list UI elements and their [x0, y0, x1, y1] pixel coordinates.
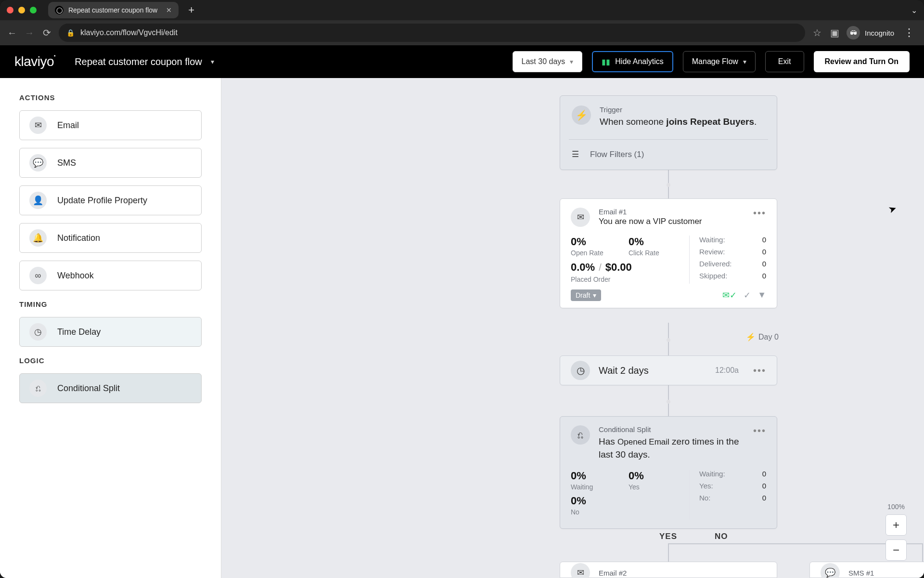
tab-favicon: ◯ [55, 6, 64, 14]
actions-heading: ACTIONS [19, 93, 202, 102]
palette-email[interactable]: ✉ Email [19, 110, 202, 140]
lock-icon: 🔒 [66, 29, 75, 37]
palette-sms[interactable]: 💬 SMS [19, 148, 202, 178]
click-rate-value: 0% [629, 236, 672, 248]
flow-filters-label: Flow Filters (1) [590, 150, 644, 159]
flow-canvas[interactable]: ⚡ Trigger When someone joins Repeat Buye… [221, 78, 924, 578]
browser-address-bar: ← → ⟳ 🔒 klaviyo.com/flow/VgvcHi/edit ☆ ▣… [0, 20, 924, 45]
palette-time-delay[interactable]: ◷ Time Delay [19, 317, 202, 347]
incognito-label: Incognito [865, 29, 894, 37]
logic-heading: LOGIC [19, 356, 202, 365]
placed-order-value: $0.00 [605, 261, 632, 274]
palette-update-profile[interactable]: 👤 Update Profile Property [19, 185, 202, 215]
open-rate-label: Open Rate [571, 249, 614, 257]
tabs-overflow-icon[interactable]: ⌄ [911, 6, 917, 15]
waiting-label: Waiting: [699, 236, 725, 244]
incognito-icon: 🕶 [847, 26, 860, 39]
filter-icon: ☰ [569, 148, 581, 161]
caret-down-icon: ▾ [570, 58, 573, 66]
review-label: Review: [699, 248, 725, 256]
url-field[interactable]: 🔒 klaviyo.com/flow/VgvcHi/edit [59, 24, 805, 42]
window-minimize[interactable] [18, 7, 25, 13]
person-icon: 👤 [29, 192, 47, 209]
card-menu-icon[interactable]: ••• [753, 365, 766, 376]
caret-down-icon: ▾ [593, 291, 596, 299]
card-menu-icon[interactable]: ••• [753, 208, 766, 227]
zoom-controls: 100% + − [886, 503, 907, 561]
zoom-out-button[interactable]: − [886, 539, 907, 561]
incognito-indicator: 🕶 Incognito [847, 26, 894, 39]
email-card[interactable]: ✉ Email #1 You are now a VIP customer ••… [560, 198, 777, 308]
status-badge[interactable]: Draft ▾ [571, 289, 601, 301]
palette-label: Time Delay [57, 327, 101, 337]
url-text: klaviyo.com/flow/VgvcHi/edit [80, 28, 178, 37]
browser-menu-icon[interactable]: ⋮ [901, 26, 917, 39]
flow-title-dropdown[interactable]: Repeat customer coupon flow ▾ [75, 56, 214, 67]
forward-button[interactable]: → [24, 27, 35, 38]
connector [668, 543, 669, 562]
wait-card[interactable]: ◷ Wait 2 days 12:00a ••• [560, 355, 777, 385]
trigger-text: When someone joins Repeat Buyers. [600, 116, 765, 129]
email-card-partial[interactable]: ✉ Email #2 [560, 562, 777, 578]
connector-node[interactable] [667, 183, 670, 187]
review-label: Review and Turn On [825, 57, 899, 66]
window-maximize[interactable] [30, 7, 37, 13]
flow-title: Repeat customer coupon flow [75, 56, 202, 67]
check-icon[interactable]: ✓ [744, 290, 751, 301]
browser-tabs-bar: ◯ Repeat customer coupon flow ✕ + ⌄ [0, 0, 924, 20]
palette-webhook[interactable]: ∞ Webhook [19, 261, 202, 290]
back-button[interactable]: ← [7, 27, 17, 38]
waiting-pct: 0% [571, 470, 614, 482]
hide-analytics-button[interactable]: ▮▮ Hide Analytics [592, 51, 673, 72]
tab-close-icon[interactable]: ✕ [166, 6, 172, 14]
browser-tab[interactable]: ◯ Repeat customer coupon flow ✕ [48, 2, 179, 18]
smart-send-icon[interactable]: ✉✓ [722, 290, 737, 301]
connector-node[interactable] [667, 400, 670, 404]
exit-label: Exit [778, 57, 791, 66]
yes-value: 0 [762, 482, 766, 490]
no-value: 0 [762, 494, 766, 502]
sms-icon: 💬 [821, 563, 840, 578]
trigger-card[interactable]: ⚡ Trigger When someone joins Repeat Buye… [560, 95, 777, 170]
exit-button[interactable]: Exit [765, 51, 804, 72]
date-range-dropdown[interactable]: Last 30 days ▾ [513, 51, 583, 72]
flow-filters-button[interactable]: ☰ Flow Filters (1) [569, 139, 768, 161]
bookmark-star-icon[interactable]: ☆ [812, 27, 822, 38]
review-and-turn-on-button[interactable]: Review and Turn On [814, 51, 910, 72]
hide-analytics-label: Hide Analytics [615, 57, 664, 66]
conditional-split-card[interactable]: ⎌ Conditional Split Has Opened Email zer… [560, 416, 777, 529]
connector [668, 543, 923, 544]
caret-down-icon: ▾ [743, 58, 746, 66]
clock-icon: ◷ [571, 361, 590, 380]
timing-heading: TIMING [19, 300, 202, 308]
wait-time: 12:00a [715, 366, 739, 375]
palette-notification[interactable]: 🔔 Notification [19, 223, 202, 253]
branch-no-label: NO [715, 532, 728, 541]
reload-button[interactable]: ⟳ [41, 27, 52, 38]
manage-flow-dropdown[interactable]: Manage Flow ▾ [683, 51, 756, 72]
split-icon: ⎌ [29, 380, 47, 397]
new-tab-button[interactable]: + [183, 4, 199, 16]
palette-conditional-split[interactable]: ⎌ Conditional Split [19, 373, 202, 403]
waiting-label: Waiting: [699, 470, 725, 478]
connector-node[interactable] [667, 338, 670, 342]
date-range-label: Last 30 days [522, 57, 565, 66]
klaviyo-logo[interactable]: klaviyo▪ [14, 54, 55, 69]
caret-down-icon: ▾ [211, 58, 214, 66]
split-label: Conditional Split [599, 425, 744, 434]
delivered-label: Delivered: [699, 260, 732, 268]
skipped-value: 0 [762, 272, 766, 280]
open-rate-value: 0% [571, 236, 614, 248]
branch-yes-label: YES [659, 532, 677, 541]
extensions-icon[interactable]: ▣ [829, 27, 840, 38]
email-number: Email #2 [599, 569, 627, 577]
sms-card-partial[interactable]: 💬 SMS #1 [809, 562, 924, 578]
waiting-value: 0 [762, 236, 766, 244]
split-icon: ⎌ [571, 425, 590, 445]
yes-label: Yes: [699, 482, 713, 490]
window-close[interactable] [7, 7, 13, 13]
card-menu-icon[interactable]: ••• [753, 425, 766, 461]
zoom-in-button[interactable]: + [886, 514, 907, 536]
email-icon: ✉ [29, 117, 47, 134]
filter-icon[interactable]: ▼ [757, 290, 766, 301]
